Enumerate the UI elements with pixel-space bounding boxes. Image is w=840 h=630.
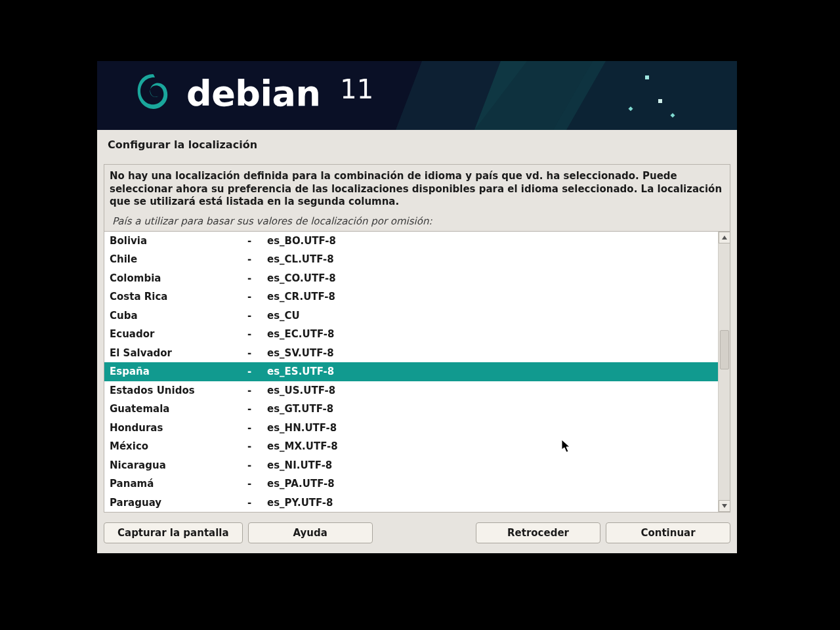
locale-country: Costa Rica <box>110 291 247 303</box>
svg-rect-4 <box>658 99 662 103</box>
dash: - <box>247 497 267 509</box>
locale-row[interactable]: Paraguay-es_PY.UTF-8 <box>104 494 718 513</box>
locale-row[interactable]: Estados Unidos-es_US.UTF-8 <box>104 381 718 400</box>
locale-row[interactable]: España-es_ES.UTF-8 <box>104 362 718 381</box>
locale-country: Cuba <box>110 310 247 322</box>
locale-country: El Salvador <box>110 347 247 359</box>
dash: - <box>247 459 267 471</box>
content-panel: No hay una localización definida para la… <box>104 164 730 513</box>
scroll-thumb[interactable] <box>720 330 729 369</box>
locale-country: Chile <box>110 253 247 265</box>
locale-country: México <box>110 440 247 452</box>
scrollbar[interactable] <box>718 232 730 513</box>
locale-country: Honduras <box>110 422 247 434</box>
locale-code: es_MX.UTF-8 <box>267 440 718 452</box>
help-button[interactable]: Ayuda <box>248 522 373 543</box>
locale-country: Nicaragua <box>110 459 247 471</box>
svg-marker-8 <box>722 504 727 508</box>
dash: - <box>247 478 267 490</box>
locale-code: es_ES.UTF-8 <box>267 366 718 377</box>
locale-country: Colombia <box>110 272 247 284</box>
locale-list[interactable]: Bolivia-es_BO.UTF-8Chile-es_CL.UTF-8Colo… <box>104 232 718 513</box>
locale-code: es_GT.UTF-8 <box>267 403 718 415</box>
screenshot-button[interactable]: Capturar la pantalla <box>104 522 243 543</box>
back-button[interactable]: Retroceder <box>476 522 600 543</box>
logo: debian 11 <box>134 70 373 116</box>
locale-row[interactable]: Chile-es_CL.UTF-8 <box>104 250 718 269</box>
locale-code: es_SV.UTF-8 <box>267 347 718 359</box>
page-title: Configurar la localización <box>97 130 737 155</box>
dash: - <box>247 347 267 359</box>
dash: - <box>247 440 267 452</box>
locale-code: es_CO.UTF-8 <box>267 272 718 284</box>
dash: - <box>247 272 267 284</box>
locale-code: es_PY.UTF-8 <box>267 497 718 509</box>
scroll-down-button[interactable] <box>719 500 730 512</box>
locale-code: es_CR.UTF-8 <box>267 291 718 303</box>
locale-code: es_PA.UTF-8 <box>267 478 718 490</box>
dash: - <box>247 366 267 377</box>
installer-window: debian 11 Configurar la localización No … <box>97 61 737 553</box>
locale-country: Panamá <box>110 478 247 490</box>
locale-row[interactable]: Cuba-es_CU <box>104 306 718 326</box>
locale-country: Bolivia <box>110 235 247 247</box>
svg-rect-3 <box>645 75 649 79</box>
locale-row[interactable]: El Salvador-es_SV.UTF-8 <box>104 344 718 363</box>
brand-version: 11 <box>340 74 373 104</box>
locale-code: es_BO.UTF-8 <box>267 235 718 247</box>
dash: - <box>247 385 267 396</box>
locale-code: es_CL.UTF-8 <box>267 253 718 265</box>
brand-name: debian <box>186 73 320 114</box>
locale-code: es_US.UTF-8 <box>267 385 718 396</box>
locale-row[interactable]: Panamá-es_PA.UTF-8 <box>104 474 718 494</box>
locale-row[interactable]: Ecuador-es_EC.UTF-8 <box>104 325 718 344</box>
continue-button[interactable]: Continuar <box>606 522 730 543</box>
locale-country: Paraguay <box>110 497 247 509</box>
locale-code: es_HN.UTF-8 <box>267 422 718 434</box>
scroll-up-button[interactable] <box>719 232 730 243</box>
locale-country: Estados Unidos <box>110 385 247 396</box>
locale-row[interactable]: Bolivia-es_BO.UTF-8 <box>104 232 718 251</box>
locale-code: es_CU <box>267 310 718 322</box>
description-text: No hay una localización definida para la… <box>104 165 730 211</box>
locale-row[interactable]: Nicaragua-es_NI.UTF-8 <box>104 456 718 475</box>
locale-row[interactable]: México-es_MX.UTF-8 <box>104 437 718 456</box>
locale-row[interactable]: Costa Rica-es_CR.UTF-8 <box>104 287 718 306</box>
locale-code: es_EC.UTF-8 <box>267 328 718 340</box>
banner-decoration <box>396 61 737 130</box>
prompt-text: País a utilizar para basar sus valores d… <box>104 211 730 231</box>
dash: - <box>247 403 267 415</box>
banner: debian 11 <box>97 61 737 130</box>
footer-buttons: Capturar la pantalla Ayuda Retroceder Co… <box>97 513 737 553</box>
locale-country: Ecuador <box>110 328 247 340</box>
locale-row[interactable]: Honduras-es_HN.UTF-8 <box>104 419 718 438</box>
locale-country: Guatemala <box>110 403 247 415</box>
dash: - <box>247 253 267 265</box>
locale-row[interactable]: Guatemala-es_GT.UTF-8 <box>104 400 718 419</box>
dash: - <box>247 291 267 303</box>
dash: - <box>247 235 267 247</box>
svg-marker-7 <box>722 236 727 240</box>
dash: - <box>247 328 267 340</box>
dash: - <box>247 422 267 434</box>
locale-row[interactable]: Colombia-es_CO.UTF-8 <box>104 269 718 288</box>
debian-swirl-icon <box>134 70 172 116</box>
dash: - <box>247 310 267 322</box>
locale-country: España <box>110 366 247 377</box>
locale-code: es_NI.UTF-8 <box>267 459 718 471</box>
